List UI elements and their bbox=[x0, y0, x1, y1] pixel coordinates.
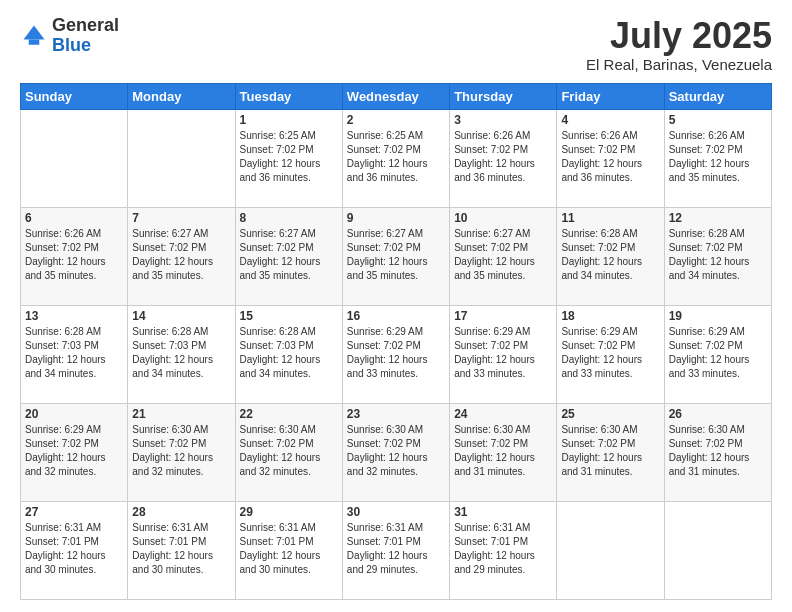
calendar-day-cell: 16Sunrise: 6:29 AMSunset: 7:02 PMDayligh… bbox=[342, 305, 449, 403]
calendar-day-cell: 21Sunrise: 6:30 AMSunset: 7:02 PMDayligh… bbox=[128, 403, 235, 501]
day-info: Sunrise: 6:26 AMSunset: 7:02 PMDaylight:… bbox=[454, 129, 552, 185]
day-info: Sunrise: 6:30 AMSunset: 7:02 PMDaylight:… bbox=[132, 423, 230, 479]
col-monday: Monday bbox=[128, 83, 235, 109]
day-info: Sunrise: 6:28 AMSunset: 7:02 PMDaylight:… bbox=[561, 227, 659, 283]
calendar-day-cell: 6Sunrise: 6:26 AMSunset: 7:02 PMDaylight… bbox=[21, 207, 128, 305]
calendar-day-cell: 10Sunrise: 6:27 AMSunset: 7:02 PMDayligh… bbox=[450, 207, 557, 305]
calendar-day-cell bbox=[557, 501, 664, 599]
calendar-header-row: Sunday Monday Tuesday Wednesday Thursday… bbox=[21, 83, 772, 109]
calendar-week-row: 6Sunrise: 6:26 AMSunset: 7:02 PMDaylight… bbox=[21, 207, 772, 305]
calendar-day-cell bbox=[21, 109, 128, 207]
day-number: 23 bbox=[347, 407, 445, 421]
calendar-day-cell: 25Sunrise: 6:30 AMSunset: 7:02 PMDayligh… bbox=[557, 403, 664, 501]
day-number: 12 bbox=[669, 211, 767, 225]
calendar-day-cell: 7Sunrise: 6:27 AMSunset: 7:02 PMDaylight… bbox=[128, 207, 235, 305]
calendar-day-cell: 12Sunrise: 6:28 AMSunset: 7:02 PMDayligh… bbox=[664, 207, 771, 305]
calendar-week-row: 1Sunrise: 6:25 AMSunset: 7:02 PMDaylight… bbox=[21, 109, 772, 207]
day-number: 11 bbox=[561, 211, 659, 225]
day-number: 18 bbox=[561, 309, 659, 323]
day-number: 26 bbox=[669, 407, 767, 421]
day-number: 2 bbox=[347, 113, 445, 127]
day-number: 15 bbox=[240, 309, 338, 323]
day-number: 27 bbox=[25, 505, 123, 519]
calendar-day-cell: 17Sunrise: 6:29 AMSunset: 7:02 PMDayligh… bbox=[450, 305, 557, 403]
day-number: 30 bbox=[347, 505, 445, 519]
day-number: 21 bbox=[132, 407, 230, 421]
calendar-day-cell: 31Sunrise: 6:31 AMSunset: 7:01 PMDayligh… bbox=[450, 501, 557, 599]
day-info: Sunrise: 6:31 AMSunset: 7:01 PMDaylight:… bbox=[240, 521, 338, 577]
page: General Blue July 2025 El Real, Barinas,… bbox=[0, 0, 792, 612]
day-info: Sunrise: 6:30 AMSunset: 7:02 PMDaylight:… bbox=[240, 423, 338, 479]
day-number: 20 bbox=[25, 407, 123, 421]
calendar-day-cell: 5Sunrise: 6:26 AMSunset: 7:02 PMDaylight… bbox=[664, 109, 771, 207]
day-info: Sunrise: 6:26 AMSunset: 7:02 PMDaylight:… bbox=[25, 227, 123, 283]
col-thursday: Thursday bbox=[450, 83, 557, 109]
col-friday: Friday bbox=[557, 83, 664, 109]
day-info: Sunrise: 6:29 AMSunset: 7:02 PMDaylight:… bbox=[25, 423, 123, 479]
calendar-day-cell: 26Sunrise: 6:30 AMSunset: 7:02 PMDayligh… bbox=[664, 403, 771, 501]
calendar-day-cell: 27Sunrise: 6:31 AMSunset: 7:01 PMDayligh… bbox=[21, 501, 128, 599]
calendar-day-cell: 15Sunrise: 6:28 AMSunset: 7:03 PMDayligh… bbox=[235, 305, 342, 403]
calendar-day-cell bbox=[128, 109, 235, 207]
day-info: Sunrise: 6:28 AMSunset: 7:03 PMDaylight:… bbox=[25, 325, 123, 381]
day-number: 24 bbox=[454, 407, 552, 421]
day-info: Sunrise: 6:30 AMSunset: 7:02 PMDaylight:… bbox=[561, 423, 659, 479]
header: General Blue July 2025 El Real, Barinas,… bbox=[20, 16, 772, 73]
day-info: Sunrise: 6:30 AMSunset: 7:02 PMDaylight:… bbox=[454, 423, 552, 479]
day-number: 3 bbox=[454, 113, 552, 127]
calendar-day-cell: 8Sunrise: 6:27 AMSunset: 7:02 PMDaylight… bbox=[235, 207, 342, 305]
logo-icon bbox=[20, 22, 48, 50]
title-block: July 2025 El Real, Barinas, Venezuela bbox=[586, 16, 772, 73]
day-number: 10 bbox=[454, 211, 552, 225]
day-info: Sunrise: 6:30 AMSunset: 7:02 PMDaylight:… bbox=[669, 423, 767, 479]
calendar-day-cell: 28Sunrise: 6:31 AMSunset: 7:01 PMDayligh… bbox=[128, 501, 235, 599]
day-info: Sunrise: 6:29 AMSunset: 7:02 PMDaylight:… bbox=[347, 325, 445, 381]
calendar-day-cell: 29Sunrise: 6:31 AMSunset: 7:01 PMDayligh… bbox=[235, 501, 342, 599]
day-number: 5 bbox=[669, 113, 767, 127]
day-info: Sunrise: 6:25 AMSunset: 7:02 PMDaylight:… bbox=[347, 129, 445, 185]
day-number: 17 bbox=[454, 309, 552, 323]
location: El Real, Barinas, Venezuela bbox=[586, 56, 772, 73]
day-info: Sunrise: 6:28 AMSunset: 7:03 PMDaylight:… bbox=[240, 325, 338, 381]
calendar-day-cell: 14Sunrise: 6:28 AMSunset: 7:03 PMDayligh… bbox=[128, 305, 235, 403]
logo-blue-text: Blue bbox=[52, 35, 91, 55]
day-info: Sunrise: 6:25 AMSunset: 7:02 PMDaylight:… bbox=[240, 129, 338, 185]
col-tuesday: Tuesday bbox=[235, 83, 342, 109]
day-number: 1 bbox=[240, 113, 338, 127]
calendar-day-cell: 20Sunrise: 6:29 AMSunset: 7:02 PMDayligh… bbox=[21, 403, 128, 501]
day-number: 19 bbox=[669, 309, 767, 323]
month-title: July 2025 bbox=[586, 16, 772, 56]
calendar-table: Sunday Monday Tuesday Wednesday Thursday… bbox=[20, 83, 772, 600]
calendar-day-cell: 19Sunrise: 6:29 AMSunset: 7:02 PMDayligh… bbox=[664, 305, 771, 403]
calendar-day-cell: 24Sunrise: 6:30 AMSunset: 7:02 PMDayligh… bbox=[450, 403, 557, 501]
calendar-week-row: 27Sunrise: 6:31 AMSunset: 7:01 PMDayligh… bbox=[21, 501, 772, 599]
col-saturday: Saturday bbox=[664, 83, 771, 109]
day-info: Sunrise: 6:30 AMSunset: 7:02 PMDaylight:… bbox=[347, 423, 445, 479]
calendar-day-cell: 2Sunrise: 6:25 AMSunset: 7:02 PMDaylight… bbox=[342, 109, 449, 207]
day-info: Sunrise: 6:28 AMSunset: 7:03 PMDaylight:… bbox=[132, 325, 230, 381]
day-info: Sunrise: 6:26 AMSunset: 7:02 PMDaylight:… bbox=[669, 129, 767, 185]
calendar-day-cell: 22Sunrise: 6:30 AMSunset: 7:02 PMDayligh… bbox=[235, 403, 342, 501]
calendar-day-cell: 9Sunrise: 6:27 AMSunset: 7:02 PMDaylight… bbox=[342, 207, 449, 305]
day-number: 25 bbox=[561, 407, 659, 421]
day-info: Sunrise: 6:29 AMSunset: 7:02 PMDaylight:… bbox=[561, 325, 659, 381]
day-info: Sunrise: 6:31 AMSunset: 7:01 PMDaylight:… bbox=[132, 521, 230, 577]
col-sunday: Sunday bbox=[21, 83, 128, 109]
day-number: 6 bbox=[25, 211, 123, 225]
day-info: Sunrise: 6:31 AMSunset: 7:01 PMDaylight:… bbox=[347, 521, 445, 577]
day-number: 22 bbox=[240, 407, 338, 421]
day-info: Sunrise: 6:29 AMSunset: 7:02 PMDaylight:… bbox=[669, 325, 767, 381]
day-info: Sunrise: 6:27 AMSunset: 7:02 PMDaylight:… bbox=[240, 227, 338, 283]
calendar-day-cell bbox=[664, 501, 771, 599]
calendar-day-cell: 1Sunrise: 6:25 AMSunset: 7:02 PMDaylight… bbox=[235, 109, 342, 207]
logo-general-text: General bbox=[52, 15, 119, 35]
day-number: 7 bbox=[132, 211, 230, 225]
day-number: 13 bbox=[25, 309, 123, 323]
calendar-day-cell: 11Sunrise: 6:28 AMSunset: 7:02 PMDayligh… bbox=[557, 207, 664, 305]
col-wednesday: Wednesday bbox=[342, 83, 449, 109]
day-number: 16 bbox=[347, 309, 445, 323]
calendar-day-cell: 18Sunrise: 6:29 AMSunset: 7:02 PMDayligh… bbox=[557, 305, 664, 403]
calendar-day-cell: 23Sunrise: 6:30 AMSunset: 7:02 PMDayligh… bbox=[342, 403, 449, 501]
day-info: Sunrise: 6:29 AMSunset: 7:02 PMDaylight:… bbox=[454, 325, 552, 381]
calendar-day-cell: 30Sunrise: 6:31 AMSunset: 7:01 PMDayligh… bbox=[342, 501, 449, 599]
